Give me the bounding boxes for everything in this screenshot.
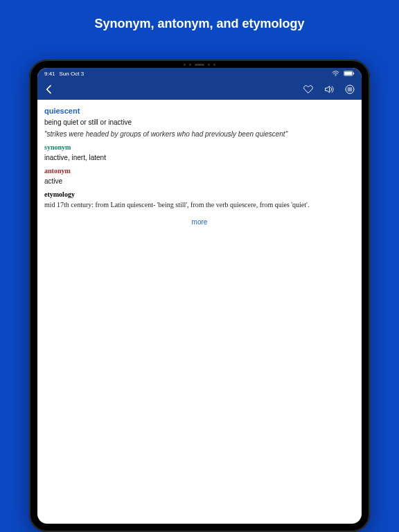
etymology-label: etymology: [44, 189, 355, 200]
antonym-label: antonym: [44, 166, 355, 176]
svg-rect-3: [353, 72, 354, 74]
synonym-list: inactive, inert, latent: [44, 152, 355, 163]
svg-rect-2: [344, 72, 352, 76]
battery-icon: [344, 71, 355, 76]
favorite-button[interactable]: [302, 83, 314, 96]
status-time: 9:41: [44, 71, 55, 77]
menu-button[interactable]: [344, 83, 356, 96]
etymology-text: mid 17th century: from Latin quiescent- …: [44, 200, 355, 210]
sensor-bar: [29, 62, 370, 67]
svg-point-0: [335, 76, 336, 76]
status-bar: 9:41 Sun Oct 3: [37, 68, 362, 79]
more-link[interactable]: more: [44, 217, 355, 227]
promo-title: Synonym, antonym, and etymology: [0, 0, 399, 44]
status-date: Sun Oct 3: [60, 71, 85, 77]
screen: 9:41 Sun Oct 3: [37, 68, 362, 524]
definition: being quiet or still or inactive: [44, 117, 355, 127]
speaker-button[interactable]: [323, 83, 335, 96]
wifi-icon: [332, 71, 339, 76]
entry-content: quiescent being quiet or still or inacti…: [37, 100, 362, 233]
headword: quiescent: [44, 105, 355, 117]
topbar: 9:41 Sun Oct 3: [37, 68, 362, 100]
back-button[interactable]: [43, 83, 55, 96]
antonym-list: active: [44, 176, 355, 186]
synonym-label: synonym: [44, 142, 355, 152]
tablet-frame: 9:41 Sun Oct 3: [29, 60, 370, 532]
example-sentence: "strikes were headed by groups of worker…: [44, 129, 355, 139]
nav-bar: [37, 79, 362, 100]
